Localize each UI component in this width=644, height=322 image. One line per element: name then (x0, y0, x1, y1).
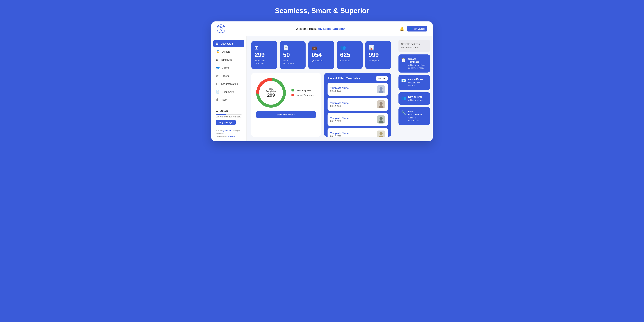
stat-card-documents: 📄 50 No of Documents (280, 41, 306, 69)
user-menu-button[interactable]: 👤 Mr. Saeed (407, 26, 427, 31)
used-dot (292, 89, 294, 91)
new-clients-icon: 👥 (401, 96, 406, 100)
stat-icon-templates: ⊞ (254, 45, 274, 51)
reports-icon: ◎ (216, 74, 219, 78)
user-icon: 👤 (410, 27, 412, 30)
view-full-report-button[interactable]: View Full Report (256, 111, 316, 118)
create-template-card[interactable]: 📋 Create Template Add new templates as p… (398, 54, 430, 72)
svg-point-4 (380, 87, 382, 90)
sidebar-item-templates[interactable]: ⊞ Templates (213, 56, 244, 63)
welcome-message: Welcome Back, Mr. Saeed Lanjekar (247, 27, 394, 31)
officers-icon: 🏅 (216, 50, 220, 53)
donut-container: Total Templates 299 (256, 78, 286, 108)
app-container: AUDITOR Q Welcome Back, Mr. Saeed Lanjek… (211, 21, 433, 141)
stat-card-templates: ⊞ 299 Inspection Templates (251, 41, 277, 69)
storage-section: ☁ Storage 200 MB used, 500 MB total. Buy… (213, 108, 244, 127)
storage-label: ☁ Storage (216, 110, 242, 112)
sidebar-item-reports[interactable]: ◎ Reports (213, 72, 244, 80)
stat-card-reports: 📊 999 All Reports (365, 41, 391, 69)
chart-legend: Used Templates Unused Templates (292, 89, 314, 96)
new-instruments-card[interactable]: 🔧 New Instruments Add new Instruments. (398, 107, 430, 125)
sidebar-item-documents[interactable]: 📄 Documents (213, 88, 244, 96)
svg-point-10 (380, 117, 382, 120)
storage-bar-bg (216, 114, 242, 115)
template-avatar-1 (377, 100, 385, 108)
sidebar-item-dashboard[interactable]: ⊞ Dashboard (213, 40, 244, 47)
recent-templates-card: Recent Filled Templates See All Template… (324, 73, 391, 137)
legend-unused: Unused Templates (292, 94, 314, 96)
logo-icon: AUDITOR Q (217, 24, 226, 33)
unused-dot (292, 94, 294, 96)
template-avatar-3 (377, 130, 385, 137)
clients-icon: 👥 (216, 66, 220, 69)
bottom-row: Total Templates 299 Used Templates (251, 73, 391, 137)
sidebar-item-instrumentation[interactable]: ⊟ Instrumentation (213, 80, 244, 88)
donut-center: Total Templates 299 (266, 88, 276, 98)
svg-point-13 (380, 132, 382, 135)
template-item-0[interactable]: Template Name 08-12-2023 (328, 83, 388, 96)
header-actions: 🔔 👤 Mr. Saeed (394, 26, 427, 31)
storage-info: 200 MB used, 500 MB total. (216, 116, 242, 118)
svg-point-7 (380, 102, 382, 105)
template-item-2[interactable]: Template Name 08-12-2023 (328, 113, 388, 126)
category-hint: Select to add your desired category (398, 40, 430, 52)
template-avatar-0 (377, 85, 385, 93)
header: AUDITOR Q Welcome Back, Mr. Saeed Lanjek… (211, 21, 433, 36)
new-instruments-icon: 🔧 (401, 110, 406, 115)
stat-card-clients: 👥 625 All Clients (337, 41, 362, 69)
storage-bar-fill (216, 114, 226, 115)
stat-card-officers: 💼 054 QC Officers (308, 41, 334, 69)
stat-icon-clients: 👥 (340, 45, 359, 51)
template-avatar-2 (377, 115, 385, 123)
stats-row: ⊞ 299 Inspection Templates 📄 50 No of Do… (251, 41, 391, 69)
stat-icon-documents: 📄 (283, 45, 302, 51)
dashboard-icon: ⊞ (216, 42, 218, 45)
donut-wrapper: Total Templates 299 Used Templates (256, 78, 316, 108)
documents-icon: 📄 (216, 90, 220, 94)
see-all-button[interactable]: See All (376, 76, 388, 81)
recent-header: Recent Filled Templates See All (328, 76, 388, 81)
template-item-1[interactable]: Template Name 08-12-2023 (328, 98, 388, 111)
notification-button[interactable]: 🔔 (400, 27, 404, 31)
sidebar-item-officers[interactable]: 🏅 Officers (213, 48, 244, 55)
templates-icon: ⊞ (216, 58, 218, 61)
main-layout: ⊞ Dashboard 🏅 Officers ⊞ Templates 👥 Cli… (211, 36, 433, 141)
content-area: ⊞ 299 Inspection Templates 📄 50 No of Do… (246, 36, 396, 141)
instrumentation-icon: ⊟ (216, 82, 218, 86)
sidebar-item-trash[interactable]: 🗑 Trash (213, 96, 244, 103)
right-panel: Select to add your desired category 📋 Cr… (396, 36, 433, 141)
legend-used: Used Templates (292, 89, 314, 92)
sidebar-item-clients[interactable]: 👥 Clients (213, 64, 244, 71)
buy-storage-button[interactable]: Buy Storage (216, 120, 236, 125)
stat-icon-reports: 📊 (368, 45, 388, 51)
new-officers-card[interactable]: 📧 New Officers Onboard new officers. (398, 75, 430, 90)
stat-icon-officers: 💼 (312, 45, 331, 51)
page-title: Seamless, Smart & Superior (275, 7, 369, 15)
template-item-3[interactable]: Template Name 08-12-2023 (328, 128, 388, 137)
logo-area: AUDITOR Q (217, 24, 247, 33)
chart-card: Total Templates 299 Used Templates (251, 73, 321, 137)
trash-icon: 🗑 (216, 98, 219, 101)
storage-cloud-icon: ☁ (216, 110, 218, 112)
sidebar-footer: © 2023 Q Auditor - All Rights Reserved D… (213, 127, 244, 138)
new-clients-card[interactable]: 👥 New Clients Add new clients. (398, 92, 430, 105)
create-template-icon: 📋 (401, 58, 406, 62)
sidebar: ⊞ Dashboard 🏅 Officers ⊞ Templates 👥 Cli… (211, 36, 246, 141)
new-officers-icon: 📧 (401, 78, 406, 83)
